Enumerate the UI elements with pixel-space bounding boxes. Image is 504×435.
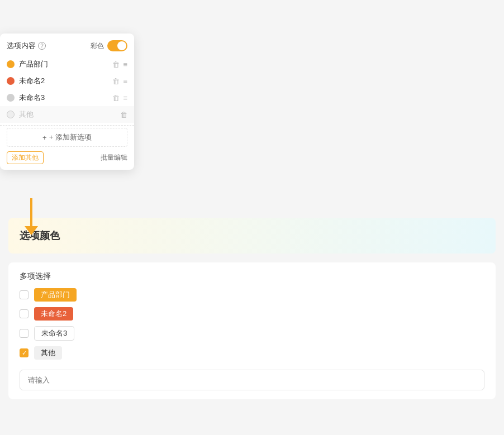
option-actions-1: 🗑 ≡	[112, 60, 127, 69]
color-toggle[interactable]	[107, 40, 127, 51]
option-row-2: 未命名2 🗑 ≡	[0, 73, 134, 89]
drag-icon-2[interactable]: ≡	[123, 77, 127, 85]
section-highlight-card: 选项颜色	[8, 218, 496, 254]
option-actions-2: 🗑 ≡	[112, 77, 127, 85]
add-option-button[interactable]: + + 添加新选项	[7, 128, 127, 147]
drag-icon-3[interactable]: ≡	[123, 94, 127, 102]
color-toggle-area: 彩色	[91, 40, 127, 51]
checkbox-1[interactable]	[20, 290, 28, 299]
option-label-2: 未命名2	[19, 76, 108, 86]
text-input[interactable]	[20, 370, 484, 390]
tag-1: 产品部门	[34, 288, 77, 302]
checkbox-3[interactable]	[20, 329, 28, 338]
other-dot	[7, 111, 15, 118]
color-dot-2	[7, 77, 15, 85]
checkbox-2[interactable]	[20, 309, 28, 318]
other-label: 其他	[19, 109, 116, 119]
other-option-row: 其他 🗑	[0, 106, 134, 123]
arrow-indicator	[25, 198, 38, 235]
add-option-plus-icon: +	[42, 133, 47, 142]
delete-icon-3[interactable]: 🗑	[112, 94, 120, 102]
option-label-3: 未命名3	[19, 93, 108, 103]
arrow-shaft	[30, 198, 32, 226]
multi-select-section: 多项选择 产品部门 未命名2 未命名3 其他	[8, 262, 496, 399]
panel-footer: 添加其他 批量编辑	[0, 149, 134, 165]
add-other-button[interactable]: 添加其他	[7, 151, 44, 164]
other-actions: 🗑	[120, 111, 127, 119]
color-label: 彩色	[91, 41, 104, 51]
option-row-1: 产品部门 🗑 ≡	[0, 56, 134, 73]
add-option-label: + 添加新选项	[49, 132, 92, 142]
delete-icon-1[interactable]: 🗑	[112, 60, 120, 69]
options-dropdown-panel: 选项内容 ? 彩色 产品部门 🗑 ≡ 未命名2 🗑 ≡ 未命名3	[0, 34, 134, 170]
color-dot-3	[7, 94, 15, 102]
help-icon[interactable]: ?	[38, 42, 46, 50]
tag-2: 未命名2	[34, 307, 73, 321]
tag-4: 其他	[34, 346, 62, 360]
options-content-label: 选项内容	[7, 41, 36, 51]
checkbox-option-2: 未命名2	[20, 307, 484, 321]
drag-icon-1[interactable]: ≡	[123, 60, 127, 69]
checkbox-option-3: 未命名3	[20, 326, 484, 341]
option-actions-3: 🗑 ≡	[112, 94, 127, 102]
batch-edit-button[interactable]: 批量编辑	[101, 153, 127, 162]
checkbox-option-4: 其他	[20, 346, 484, 360]
checkbox-option-1: 产品部门	[20, 288, 484, 302]
panel-divider	[0, 125, 134, 126]
panel-header: 选项内容 ? 彩色	[0, 40, 134, 56]
option-row-3: 未命名3 🗑 ≡	[0, 89, 134, 106]
delete-other-icon[interactable]: 🗑	[120, 111, 127, 119]
checkbox-4[interactable]	[20, 348, 28, 357]
tag-3: 未命名3	[34, 326, 74, 341]
panel-header-left: 选项内容 ?	[7, 41, 46, 51]
option-label-1: 产品部门	[19, 59, 108, 69]
delete-icon-2[interactable]: 🗑	[112, 77, 120, 85]
arrow-head	[25, 226, 38, 235]
color-dot-1	[7, 60, 15, 68]
multi-select-title: 多项选择	[20, 271, 484, 281]
main-content: 选项颜色 多项选择 产品部门 未命名2 未命名3 其他	[0, 218, 504, 399]
